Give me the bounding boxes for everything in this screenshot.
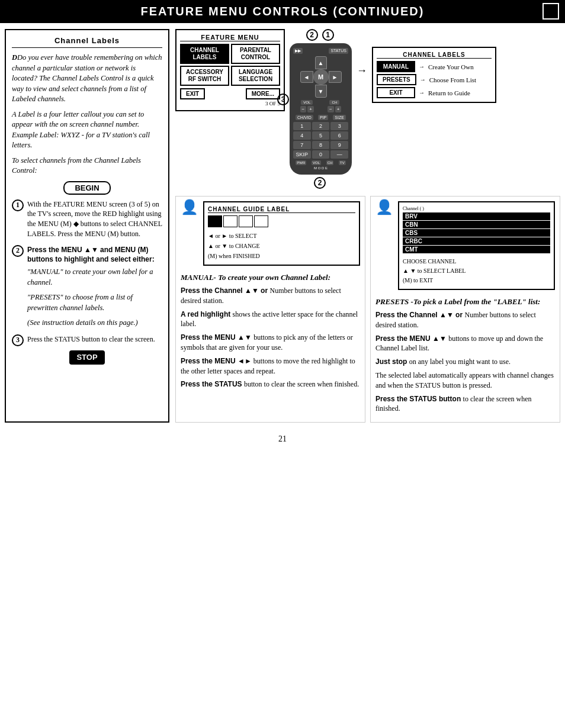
remote-mode-label: M O D E <box>293 166 348 170</box>
step-3-number: 3 <box>12 334 24 346</box>
menu-item-accessory: ACCESSORYRF SWITCH <box>180 66 229 86</box>
remote-vol-down[interactable]: − <box>300 106 307 112</box>
remote-status-btn[interactable]: STATUS <box>329 48 348 54</box>
remote-size[interactable]: SIZE <box>333 115 346 120</box>
step-2c: (See instruction details on this page.) <box>27 318 162 328</box>
intro-text: DDo you ever have trouble remembering on… <box>12 53 162 105</box>
dpad-right[interactable]: ► <box>329 71 342 83</box>
cg-cell-3 <box>239 215 253 227</box>
header-box <box>542 3 559 20</box>
step-2: 2 Press the MENU ▲▼ and MENU (M) buttons… <box>12 245 162 328</box>
step-2a: "MANUAL" to create your own label for a … <box>27 267 162 288</box>
presets-step-5: Press the STATUS button to clear the scr… <box>375 394 555 414</box>
remote-tv[interactable]: TV <box>339 160 346 165</box>
menu-item-language: LANGUAGESELECTION <box>231 66 280 86</box>
remote-0[interactable]: 0 <box>312 150 330 159</box>
menu-item-channel-labels: CHANNELLABELS <box>180 44 229 64</box>
remote-dash[interactable]: — <box>330 150 348 159</box>
dpad-down[interactable]: ▼ <box>315 85 327 98</box>
remote-ch-label: CH <box>329 100 339 105</box>
presets-step-2: Press the MENU ▲▼ buttons to move up and… <box>375 334 555 354</box>
page-header: Feature Menu Controls (Continued) <box>0 0 565 23</box>
remote-vol-up[interactable]: + <box>307 106 314 112</box>
label-text: A Label is a four letter callout you can… <box>12 109 162 151</box>
remote-skip[interactable]: SKIP <box>293 150 311 159</box>
manual-step-4: Press the MENU ◄► buttons to move the re… <box>181 356 360 376</box>
cl-row-manual: MANUAL → Create Your Own <box>377 61 492 72</box>
presets-title: PRESETS -To pick a Label from the "LABEL… <box>375 297 555 307</box>
remote-6[interactable]: 6 <box>330 131 348 140</box>
cl-btn-exit[interactable]: EXIT <box>377 87 415 98</box>
manual-section-text: MANUAL- To create your own Channel Label… <box>181 273 360 393</box>
exit-button[interactable]: EXIT <box>180 88 205 99</box>
channel-labels-menu: CHANNEL LABELS MANUAL → Create Your Own … <box>372 47 496 103</box>
dpad-up[interactable]: ▲ <box>315 56 327 69</box>
menu-item-parental: PARENTALCONTROL <box>231 44 280 64</box>
remote-ch-down[interactable]: − <box>328 106 334 112</box>
cl-btn-manual[interactable]: MANUAL <box>377 61 415 72</box>
step-1-content: With the FEATURE MENU screen (3 of 5) on… <box>27 199 162 239</box>
pc-list: BRV CBN CBS CRBC CMT <box>403 212 550 253</box>
pc-select: ▲ ▼ to SELECT LABEL <box>403 266 550 276</box>
cl-row-exit: EXIT → Return to Guide <box>377 87 492 98</box>
step-label-2a: 2 <box>306 29 318 41</box>
remote-4[interactable]: 4 <box>293 131 311 140</box>
step-2b: "PRESETS" to choose from a list of prewr… <box>27 292 162 313</box>
manual-step-5: Press the STATUS button to clear the scr… <box>181 379 360 389</box>
remote-3[interactable]: 3 <box>330 122 348 130</box>
select-text: To select channels from the Channel Labe… <box>12 156 162 176</box>
cg-controls: ◄ or ► to SELECT ▲ or ▼ to CHANGE (M) wh… <box>208 231 355 261</box>
cl-btn-presets[interactable]: PRESETS <box>377 74 416 85</box>
pc-exit: (M) to EXIT <box>403 276 550 285</box>
remote-2[interactable]: 2 <box>312 122 330 130</box>
remote-5[interactable]: 5 <box>312 131 330 140</box>
remote-vol-label: VOL <box>301 100 313 105</box>
step-3-label: 3 <box>277 94 291 105</box>
pc-cmt: CMT <box>403 246 550 253</box>
left-panel: Channel Labels DDo you ever have trouble… <box>5 29 169 423</box>
remote-power[interactable]: PWR <box>296 160 306 165</box>
remote-area: 2 1 ▶▶ STATUS ▲ ▼ ◄ ► M <box>290 29 352 189</box>
manual-step-2: A red highlight shows the active letter … <box>181 310 360 330</box>
pc-controls: CHOOSE CHANNEL ▲ ▼ to SELECT LABEL (M) t… <box>403 257 550 285</box>
remote-play-btn[interactable]: ▶▶ <box>293 48 303 54</box>
step-1-number: 1 <box>12 199 24 211</box>
channel-guide-box: CHANNEL GUIDE LABEL ◄ or ► to SELECT ▲ o… <box>203 201 360 266</box>
cg-ctrl-change: ▲ or ▼ to CHANGE <box>208 241 355 251</box>
remote-pip[interactable]: PIP <box>318 115 328 120</box>
feature-menu-title: FEATURE MENU <box>180 34 280 41</box>
remote-ch-prev[interactable]: CH/VID <box>296 115 313 120</box>
step-2-number: 2 <box>12 245 24 257</box>
channel-indicator: Channel ( ) <box>403 206 550 211</box>
remote-8[interactable]: 8 <box>312 141 330 149</box>
pc-crbc: CRBC <box>403 237 550 245</box>
pc-brv: BRV <box>403 212 550 220</box>
cl-desc-exit: Return to Guide <box>428 89 470 96</box>
feature-menu-diagram: FEATURE MENU CHANNELLABELS PARENTALCONTR… <box>175 29 285 111</box>
step-1: 1 With the FEATURE MENU screen (3 of 5) … <box>12 199 162 239</box>
cl-arrow-manual: → <box>419 63 425 70</box>
cg-cell-1 <box>208 215 222 227</box>
manual-step-1: Press the Channel ▲▼ or Number buttons t… <box>181 286 360 306</box>
channel-labels-title: CHANNEL LABELS <box>377 51 492 59</box>
menu-bottom: EXIT MORE... <box>180 88 280 99</box>
remote-vol-bottom[interactable]: VOL <box>312 160 321 165</box>
more-button[interactable]: MORE... <box>246 88 280 99</box>
cl-row-presets: PRESETS → Choose From List <box>377 74 492 85</box>
dpad-center-m[interactable]: M <box>313 69 329 85</box>
cg-input-row <box>208 215 355 227</box>
menu-grid: CHANNELLABELS PARENTALCONTROL ACCESSORYR… <box>180 44 280 86</box>
remote-ch-bottom[interactable]: CH <box>326 160 334 165</box>
cl-grid: MANUAL → Create Your Own PRESETS → Choos… <box>377 61 492 98</box>
remote-ch-up[interactable]: + <box>335 106 342 112</box>
arrow-to-cl: → <box>357 65 367 77</box>
remote-control: ▶▶ STATUS ▲ ▼ ◄ ► M VOL <box>290 43 352 175</box>
dpad-left[interactable]: ◄ <box>300 71 313 83</box>
remote-1[interactable]: 1 <box>293 122 311 130</box>
remote-7[interactable]: 7 <box>293 141 311 149</box>
header-title: Feature Menu Controls (Continued) <box>141 5 425 18</box>
presets-step-1: Press the Channel ▲▼ or Number buttons t… <box>375 310 555 330</box>
remote-9[interactable]: 9 <box>330 141 348 149</box>
step-label-2b: 2 <box>314 177 326 189</box>
stop-label: STOP <box>69 350 105 365</box>
